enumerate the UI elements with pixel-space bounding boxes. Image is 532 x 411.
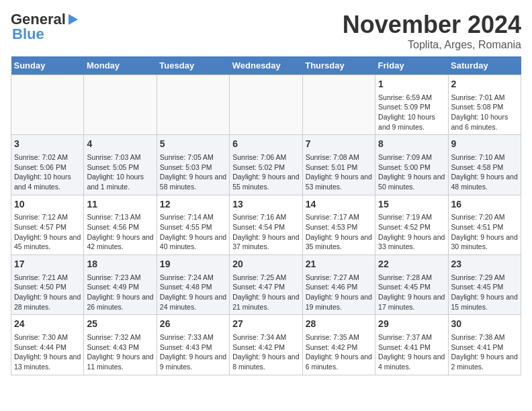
day-number: 26 — [160, 318, 226, 331]
day-info: Sunset: 4:53 PM — [306, 222, 372, 232]
day-info: Daylight: 9 hours and 17 minutes. — [378, 292, 445, 312]
calendar-cell: 10Sunrise: 7:12 AMSunset: 4:57 PMDayligh… — [11, 195, 84, 255]
calendar-cell: 28Sunrise: 7:35 AMSunset: 4:42 PMDayligh… — [302, 315, 375, 375]
day-info: Daylight: 9 hours and 19 minutes. — [306, 292, 372, 312]
day-info: Daylight: 9 hours and 30 minutes. — [451, 232, 518, 252]
calendar-cell — [302, 75, 375, 135]
day-info: Sunrise: 7:20 AM — [451, 212, 518, 222]
day-number: 1 — [378, 78, 445, 91]
day-number: 25 — [87, 318, 153, 331]
day-info: Sunrise: 7:37 AM — [378, 332, 445, 342]
day-info: Sunrise: 7:01 AM — [451, 93, 518, 103]
weekday-header: Monday — [84, 56, 157, 75]
day-number: 13 — [232, 198, 299, 212]
day-info: Daylight: 9 hours and 8 minutes. — [232, 352, 299, 371]
day-info: Sunset: 4:48 PM — [160, 282, 226, 292]
day-number: 15 — [378, 198, 445, 212]
calendar-cell: 18Sunrise: 7:23 AMSunset: 4:49 PMDayligh… — [84, 255, 157, 315]
day-info: Sunrise: 7:13 AM — [87, 212, 153, 222]
weekday-header: Thursday — [302, 56, 375, 75]
calendar-cell: 29Sunrise: 7:37 AMSunset: 4:41 PMDayligh… — [375, 315, 448, 375]
day-number: 16 — [451, 198, 518, 212]
day-info: Sunset: 5:09 PM — [378, 102, 445, 112]
logo-general: General — [11, 11, 66, 28]
calendar-cell: 4Sunrise: 7:03 AMSunset: 5:05 PMDaylight… — [84, 135, 157, 195]
day-info: Sunrise: 7:19 AM — [378, 212, 445, 222]
calendar-cell: 26Sunrise: 7:33 AMSunset: 4:43 PMDayligh… — [157, 315, 229, 375]
calendar-cell: 14Sunrise: 7:17 AMSunset: 4:53 PMDayligh… — [302, 195, 375, 255]
day-info: Sunrise: 7:14 AM — [160, 212, 226, 222]
day-info: Sunset: 4:45 PM — [451, 282, 518, 292]
day-info: Sunset: 4:50 PM — [14, 282, 81, 292]
day-info: Sunrise: 7:35 AM — [306, 332, 372, 342]
day-info: Sunset: 4:47 PM — [232, 282, 299, 292]
calendar-cell: 25Sunrise: 7:32 AMSunset: 4:43 PMDayligh… — [84, 315, 157, 375]
day-number: 28 — [306, 318, 372, 331]
day-info: Sunset: 4:42 PM — [306, 342, 372, 353]
day-info: Daylight: 9 hours and 33 minutes. — [378, 232, 445, 252]
day-info: Daylight: 9 hours and 4 minutes. — [378, 352, 445, 371]
calendar-cell: 22Sunrise: 7:28 AMSunset: 4:45 PMDayligh… — [375, 255, 448, 315]
day-info: Sunset: 4:46 PM — [306, 282, 372, 292]
calendar-cell: 6Sunrise: 7:06 AMSunset: 5:02 PMDaylight… — [230, 135, 302, 195]
day-info: Sunrise: 7:27 AM — [306, 273, 372, 283]
title-block: November 2024 Toplita, Arges, Romania — [343, 11, 521, 51]
calendar-cell: 8Sunrise: 7:09 AMSunset: 5:00 PMDaylight… — [375, 135, 448, 195]
calendar-cell — [157, 75, 229, 135]
day-info: Sunrise: 7:24 AM — [160, 273, 226, 283]
weekday-header: Sunday — [11, 56, 84, 75]
day-number: 6 — [232, 138, 299, 151]
day-number: 7 — [306, 138, 372, 151]
day-info: Sunset: 4:51 PM — [451, 222, 518, 232]
calendar-cell: 13Sunrise: 7:16 AMSunset: 4:54 PMDayligh… — [230, 195, 302, 255]
day-info: Sunrise: 7:06 AM — [232, 152, 299, 163]
day-info: Sunset: 4:58 PM — [451, 163, 518, 173]
calendar-cell: 7Sunrise: 7:08 AMSunset: 5:01 PMDaylight… — [302, 135, 375, 195]
calendar-cell: 3Sunrise: 7:02 AMSunset: 5:06 PMDaylight… — [11, 135, 84, 195]
day-info: Daylight: 9 hours and 42 minutes. — [87, 232, 153, 252]
day-info: Sunset: 4:41 PM — [378, 342, 445, 353]
day-info: Sunrise: 7:12 AM — [14, 212, 81, 222]
day-info: Sunrise: 7:38 AM — [451, 332, 518, 342]
calendar-cell: 17Sunrise: 7:21 AMSunset: 4:50 PMDayligh… — [11, 255, 84, 315]
day-info: Daylight: 9 hours and 45 minutes. — [14, 232, 81, 252]
day-info: Daylight: 9 hours and 9 minutes. — [160, 352, 226, 371]
day-number: 14 — [306, 198, 372, 212]
day-info: Daylight: 9 hours and 28 minutes. — [14, 292, 81, 312]
day-info: Sunset: 5:05 PM — [87, 163, 153, 173]
day-info: Daylight: 10 hours and 1 minute. — [87, 172, 153, 191]
day-number: 23 — [451, 258, 518, 271]
calendar-cell: 30Sunrise: 7:38 AMSunset: 4:41 PMDayligh… — [448, 315, 521, 375]
calendar-cell: 16Sunrise: 7:20 AMSunset: 4:51 PMDayligh… — [448, 195, 521, 255]
day-info: Daylight: 9 hours and 13 minutes. — [14, 352, 81, 371]
day-info: Sunrise: 7:23 AM — [87, 273, 153, 283]
day-number: 9 — [451, 138, 518, 151]
day-info: Daylight: 9 hours and 15 minutes. — [451, 292, 518, 312]
day-number: 19 — [160, 258, 226, 271]
day-info: Sunrise: 7:17 AM — [306, 212, 372, 222]
day-info: Sunrise: 7:16 AM — [232, 212, 299, 222]
day-info: Daylight: 9 hours and 21 minutes. — [232, 292, 299, 312]
day-number: 29 — [378, 318, 445, 331]
calendar-cell: 24Sunrise: 7:30 AMSunset: 4:44 PMDayligh… — [11, 315, 84, 375]
day-info: Sunset: 4:56 PM — [87, 222, 153, 232]
day-number: 24 — [14, 318, 81, 331]
day-info: Daylight: 9 hours and 53 minutes. — [306, 172, 372, 191]
day-info: Daylight: 10 hours and 9 minutes. — [378, 112, 445, 132]
day-info: Daylight: 9 hours and 6 minutes. — [306, 352, 372, 371]
day-info: Sunrise: 7:28 AM — [378, 273, 445, 283]
day-info: Sunset: 4:41 PM — [451, 342, 518, 353]
day-info: Sunrise: 7:10 AM — [451, 152, 518, 163]
day-info: Daylight: 9 hours and 50 minutes. — [378, 172, 445, 191]
day-number: 22 — [378, 258, 445, 271]
day-info: Sunset: 5:03 PM — [160, 163, 226, 173]
day-info: Daylight: 9 hours and 24 minutes. — [160, 292, 226, 312]
day-number: 3 — [14, 138, 81, 151]
calendar-cell: 11Sunrise: 7:13 AMSunset: 4:56 PMDayligh… — [84, 195, 157, 255]
day-info: Sunrise: 7:34 AM — [232, 332, 299, 342]
day-info: Sunset: 4:43 PM — [87, 342, 153, 353]
day-info: Sunset: 5:08 PM — [451, 102, 518, 112]
day-info: Sunset: 4:44 PM — [14, 342, 81, 353]
calendar-cell: 19Sunrise: 7:24 AMSunset: 4:48 PMDayligh… — [157, 255, 229, 315]
day-number: 2 — [451, 78, 518, 91]
